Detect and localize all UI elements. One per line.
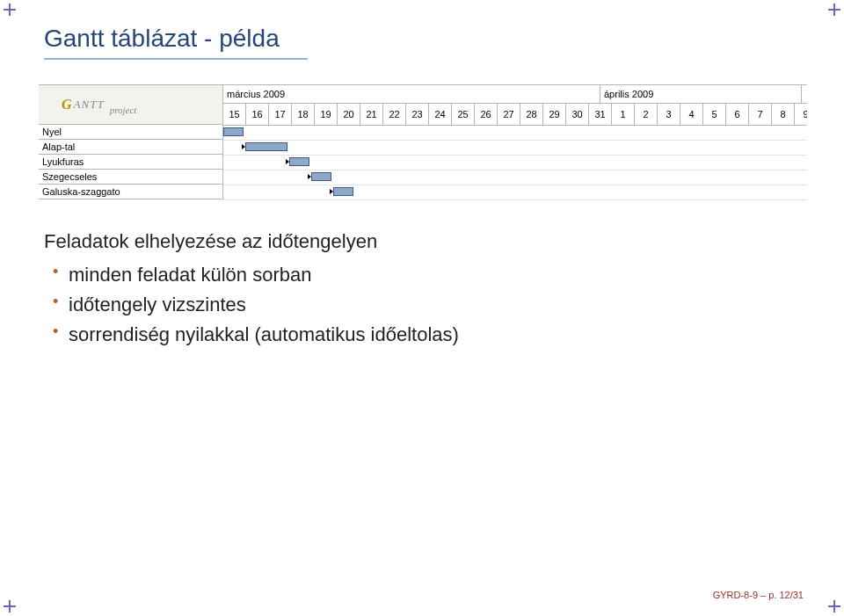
gantt-day-cell: 3 — [658, 104, 680, 125]
ganttproject-logo: G ANTT project — [39, 85, 223, 125]
gantt-day-cell: 17 — [269, 104, 292, 125]
gantt-day-cell: 9 — [795, 104, 807, 125]
gantt-day-cell: 18 — [292, 104, 315, 125]
gantt-task-row — [223, 170, 807, 185]
crop-mark-icon — [823, 4, 840, 21]
gantt-day-cell: 20 — [338, 104, 360, 125]
logo-subtext: project — [110, 105, 137, 115]
gantt-day-cell: 31 — [589, 104, 612, 125]
gantt-day-cell: 19 — [315, 104, 338, 125]
gantt-day-cell: 16 — [246, 104, 269, 125]
gantt-month-cell: március 2009 — [223, 85, 600, 103]
gantt-day-cell: 6 — [726, 104, 749, 125]
gantt-bar — [289, 157, 309, 166]
logo-letter: G — [62, 97, 72, 112]
gantt-task-name: Szegecseles — [39, 170, 223, 185]
gantt-day-cell: 30 — [566, 104, 589, 125]
gantt-bar — [245, 142, 287, 151]
gantt-day-cell: 27 — [498, 104, 520, 125]
gantt-task-row — [223, 126, 807, 141]
logo-text: ANTT — [74, 98, 105, 112]
dependency-arrow-icon — [242, 144, 245, 149]
gantt-task-name: Alap-tal — [39, 140, 223, 155]
gantt-day-cell: 28 — [520, 104, 543, 125]
slide-footer: GYRD-8-9 – p. 12/31 — [713, 590, 804, 600]
gantt-day-cell: 26 — [475, 104, 498, 125]
gantt-day-cell: 21 — [360, 104, 383, 125]
bullet-list: minden feladat külön sorbanidőtengely vi… — [44, 260, 802, 350]
bullet-item: minden feladat külön sorban — [69, 260, 802, 290]
crop-mark-icon — [4, 4, 21, 21]
gantt-day-cell: 1 — [612, 104, 635, 125]
gantt-day-cell: 5 — [703, 104, 726, 125]
gantt-month-header: március 2009április 2009 — [223, 85, 807, 104]
gantt-day-cell: 15 — [223, 104, 246, 125]
gantt-bar — [311, 172, 331, 181]
dependency-arrow-icon — [330, 189, 333, 194]
gantt-month-cell: április 2009 — [600, 85, 802, 103]
gantt-day-header: 1516171819202122232425262728293031123456… — [223, 104, 807, 126]
gantt-bar — [333, 187, 353, 196]
gantt-task-name: Lyukfuras — [39, 155, 223, 170]
gantt-day-cell: 25 — [452, 104, 475, 125]
dependency-arrow-icon — [286, 159, 289, 164]
crop-mark-icon — [823, 595, 840, 612]
gantt-task-row — [223, 141, 807, 156]
gantt-chart: G ANTT project NyelAlap-talLyukfurasSzeg… — [39, 84, 807, 200]
bullet-item: sorrendiség nyilakkal (automatikus időel… — [69, 320, 802, 350]
gantt-day-cell: 2 — [635, 104, 658, 125]
gantt-day-cell: 8 — [772, 104, 795, 125]
gantt-day-cell: 29 — [543, 104, 566, 125]
gantt-day-cell: 4 — [680, 104, 703, 125]
gantt-day-cell: 22 — [383, 104, 406, 125]
page-title: Gantt táblázat - példa — [44, 25, 802, 53]
caption-text: Feladatok elhelyezése az időtengelyen — [44, 230, 802, 253]
gantt-bar — [223, 127, 244, 136]
crop-mark-icon — [4, 595, 21, 612]
dependency-arrow-icon — [308, 174, 311, 179]
title-underline — [44, 58, 308, 60]
bullet-item: időtengely vizszintes — [69, 290, 802, 320]
gantt-body — [223, 126, 807, 200]
gantt-task-row — [223, 156, 807, 170]
gantt-day-cell: 23 — [406, 104, 429, 125]
gantt-task-name: Nyel — [39, 125, 223, 140]
gantt-task-name: Galuska-szaggato — [39, 185, 223, 199]
gantt-day-cell: 24 — [429, 104, 452, 125]
gantt-day-cell: 7 — [749, 104, 772, 125]
gantt-task-row — [223, 185, 807, 200]
